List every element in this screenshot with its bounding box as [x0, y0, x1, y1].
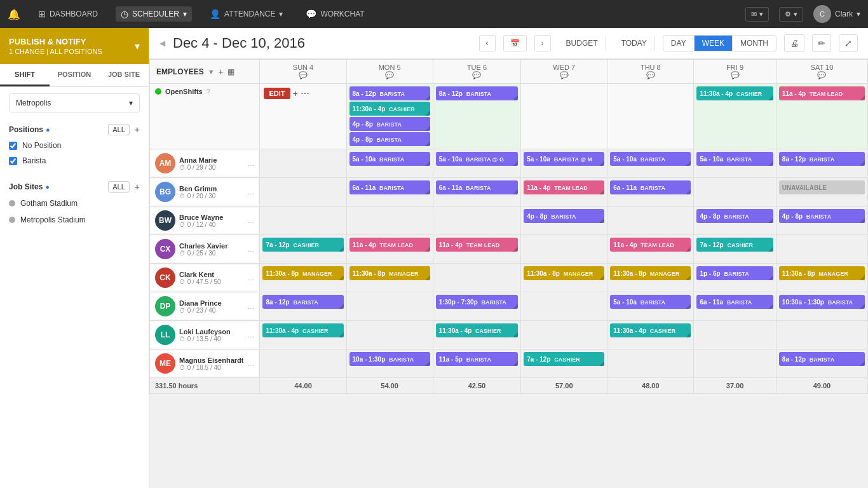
shift-chip[interactable]: 11:30a - 8p MANAGER [524, 266, 604, 280]
shift-chip[interactable]: 6a - 11a BARISTA [696, 295, 773, 309]
position-barista[interactable]: Barista [0, 153, 149, 168]
employee-menu-icon[interactable]: … [247, 302, 254, 310]
day-button[interactable]: DAY [663, 36, 695, 51]
shift-chip[interactable]: 11a - 4p TEAM LEAD [436, 238, 519, 252]
shift-wed[interactable] [521, 235, 607, 264]
shift-sun[interactable]: 7a - 12p CASHIER [260, 235, 346, 264]
shift-mon[interactable]: 10a - 1:30p BARISTA [346, 349, 433, 378]
shift-fri[interactable] [694, 321, 776, 349]
shift-chip[interactable]: 7a - 12p CASHIER [262, 238, 343, 252]
shift-chip[interactable]: 1:30p - 7:30p BARISTA [436, 295, 519, 309]
shift-wed[interactable]: 5a - 10a BARISTA @ M [521, 149, 607, 178]
nav-workchat[interactable]: 💬 WORKCHAT [301, 6, 369, 22]
budget-button[interactable]: BUDGET [559, 36, 606, 51]
open-shift-chip[interactable]: 4p - 8p BARISTA [349, 132, 430, 146]
tab-jobsite[interactable]: JOB SITE [99, 64, 149, 86]
shift-chip[interactable]: 11:30a - 4p CASHIER [436, 323, 519, 337]
shift-tue[interactable]: 11:30a - 4p CASHIER [433, 321, 521, 349]
expand-button[interactable]: ⤢ [839, 34, 858, 52]
positions-all-button[interactable]: ALL [108, 124, 130, 135]
shift-chip[interactable]: 10:30a - 1:30p BARISTA [779, 295, 865, 309]
shift-chip[interactable]: 11a - 5p BARISTA [436, 352, 519, 366]
shift-sun[interactable]: 11:30a - 8p MANAGER [260, 264, 346, 292]
employee-menu-icon[interactable]: … [247, 159, 254, 167]
more-sun-icon[interactable]: ⋯ [301, 88, 309, 98]
tab-shift[interactable]: SHIFT [0, 64, 50, 86]
openshifts-tue[interactable]: 8a - 12p BARISTA [433, 84, 521, 149]
job-sites-all-button[interactable]: ALL [108, 181, 130, 193]
shift-sat[interactable] [776, 321, 867, 349]
shift-fri[interactable]: 7a - 12p CASHIER [694, 235, 776, 264]
shift-sat[interactable] [776, 235, 867, 264]
openshifts-thu[interactable] [607, 84, 694, 149]
shift-tue[interactable] [433, 207, 521, 235]
shift-chip[interactable]: 11a - 4p TEAM LEAD [349, 238, 430, 252]
shift-thu[interactable]: 5a - 10a BARISTA [607, 149, 694, 178]
job-sites-add-button[interactable]: + [135, 182, 140, 192]
employee-menu-icon[interactable]: … [247, 245, 254, 253]
shift-thu[interactable]: 11:30a - 8p MANAGER [607, 264, 694, 292]
open-shift-chip[interactable]: 4p - 8p BARISTA [349, 117, 430, 131]
shift-chip[interactable]: 5a - 10a BARISTA @ G [436, 152, 519, 166]
position-no-position[interactable]: No Position [0, 138, 149, 153]
shift-chip[interactable]: 4p - 8p BARISTA [779, 209, 865, 223]
shift-fri[interactable]: 4p - 8p BARISTA [694, 207, 776, 235]
edit-button[interactable]: ✏ [812, 34, 831, 52]
add-shift-sun-icon[interactable]: + [293, 88, 298, 98]
employees-grid-icon[interactable]: ▦ [227, 67, 234, 76]
messages-button[interactable]: ✉ ▾ [745, 7, 769, 22]
shift-tue[interactable] [433, 264, 521, 292]
openshifts-sat[interactable]: 11a - 4p TEAM LEAD [776, 84, 867, 149]
shift-sat[interactable]: 8a - 12p BARISTA [776, 149, 867, 178]
print-button[interactable]: 🖨 [784, 34, 804, 52]
shift-tue[interactable]: 1:30p - 7:30p BARISTA [433, 292, 521, 321]
shift-chip[interactable]: 6a - 11a BARISTA [610, 180, 691, 194]
tab-position[interactable]: POSITION [50, 64, 99, 86]
shift-wed[interactable]: 11:30a - 8p MANAGER [521, 264, 607, 292]
shift-chip[interactable]: 11a - 4p TEAM LEAD [524, 180, 604, 194]
shift-sun[interactable]: 11:30a - 4p CASHIER [260, 321, 346, 349]
shift-chip[interactable]: 8a - 12p BARISTA [262, 295, 343, 309]
employee-menu-icon[interactable]: … [247, 188, 254, 196]
shift-mon[interactable] [346, 321, 433, 349]
shift-mon[interactable]: 5a - 10a BARISTA [346, 149, 433, 178]
shift-chip[interactable]: 11:30a - 4p CASHIER [610, 323, 691, 337]
shift-mon[interactable] [346, 207, 433, 235]
shift-mon[interactable]: 11:30a - 8p MANAGER [346, 264, 433, 292]
employee-menu-icon[interactable]: … [247, 274, 254, 281]
shift-chip[interactable]: 5a - 10a BARISTA [610, 152, 691, 166]
shift-thu[interactable]: 11:30a - 4p CASHIER [607, 321, 694, 349]
notifications-icon[interactable]: 🔔 [8, 8, 20, 20]
shift-fri[interactable] [694, 178, 776, 207]
shift-thu[interactable]: 6a - 11a BARISTA [607, 178, 694, 207]
open-shift-chip[interactable]: 11a - 4p TEAM LEAD [779, 86, 865, 100]
shift-chip[interactable]: 4p - 8p BARISTA [524, 209, 604, 223]
openshifts-wed[interactable] [521, 84, 607, 149]
collapse-icon[interactable]: ◀ [159, 39, 165, 48]
shift-wed[interactable] [521, 321, 607, 349]
shift-thu[interactable] [607, 349, 694, 378]
shift-chip[interactable]: 5a - 10a BARISTA [696, 152, 773, 166]
shift-sun[interactable]: 8a - 12p BARISTA [260, 292, 346, 321]
openshifts-fri[interactable]: 11:30a - 4p CASHIER [694, 84, 776, 149]
nav-scheduler[interactable]: ◷ SCHEDULER ▾ [116, 6, 192, 22]
shift-fri[interactable]: 5a - 10a BARISTA [694, 149, 776, 178]
today-button[interactable]: TODAY [614, 36, 655, 51]
job-site-gotham[interactable]: Gotham Stadium [0, 195, 149, 212]
employee-menu-icon[interactable]: … [247, 217, 254, 224]
shift-fri[interactable]: 6a - 11a BARISTA [694, 292, 776, 321]
nav-attendance[interactable]: 👤 ATTENDANCE ▾ [205, 6, 288, 22]
employees-add-icon[interactable]: + [219, 67, 224, 77]
shift-chip[interactable]: 1p - 6p BARISTA [696, 266, 773, 280]
shift-chip[interactable]: 5a - 10a BARISTA @ M [524, 152, 604, 166]
open-shift-chip[interactable]: 11:30a - 4p CASHIER [696, 86, 773, 100]
employee-menu-icon[interactable]: … [247, 331, 254, 339]
publish-banner[interactable]: PUBLISH & NOTIFY 1 CHANGE | ALL POSITION… [0, 28, 149, 64]
openshifts-mon[interactable]: 8a - 12p BARISTA 11:30a - 4p CASHIER 4p … [346, 84, 433, 149]
shift-chip[interactable]: 8a - 12p BARISTA [779, 152, 865, 166]
open-shift-chip[interactable]: 8a - 12p BARISTA [436, 86, 519, 100]
job-sites-info-icon[interactable]: ● [45, 183, 50, 191]
shift-sat[interactable]: 11:30a - 8p MANAGER [776, 264, 867, 292]
shift-wed[interactable]: 7a - 12p CASHIER [521, 349, 607, 378]
shift-tue[interactable]: 5a - 10a BARISTA @ G [433, 149, 521, 178]
